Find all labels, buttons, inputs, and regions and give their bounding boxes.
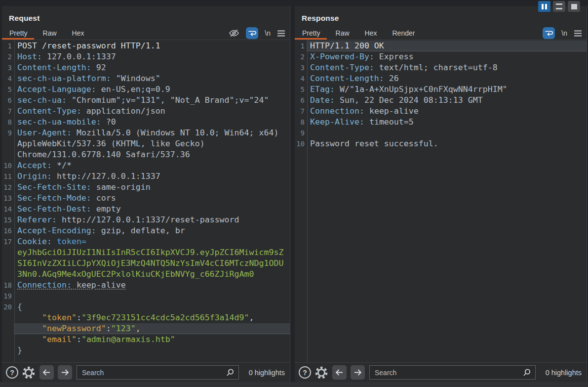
line-number: 3 bbox=[2, 62, 12, 73]
request-editor[interactable]: 1POST /reset-password HTTP/1.12Host: 127… bbox=[2, 40, 290, 362]
response-search-bar: ? bbox=[295, 362, 587, 382]
code-line[interactable]: } bbox=[2, 345, 290, 356]
tab-render[interactable]: Render bbox=[392, 29, 415, 37]
previous-match-button[interactable] bbox=[332, 365, 347, 380]
code-line[interactable]: "newPassword":"123", bbox=[2, 323, 290, 334]
editor-menu-icon[interactable] bbox=[277, 30, 285, 37]
code-line[interactable]: SI6InVzZXIiLCJpYXQiOjE3MzQ4NTQ5NzYsImV4c… bbox=[2, 258, 290, 269]
code-line[interactable]: 7Connection: keep-alive bbox=[295, 106, 587, 117]
code-text: Sec-Fetch-Mode: cors bbox=[14, 193, 290, 204]
code-line[interactable]: 8sec-ch-ua-mobile: ?0 bbox=[2, 117, 290, 128]
arrow-right-icon bbox=[61, 369, 69, 376]
word-wrap-icon bbox=[545, 30, 553, 37]
code-text: Cookie: token= bbox=[14, 236, 290, 247]
response-editor[interactable]: 1HTTP/1.1 200 OK2X-Powered-By: Express3C… bbox=[295, 40, 587, 362]
code-line[interactable]: 12Sec-Fetch-Site: same-origin bbox=[2, 182, 290, 193]
hide-nonprintable-icon[interactable] bbox=[229, 29, 239, 38]
line-number bbox=[2, 345, 12, 356]
code-line[interactable]: 14Sec-Fetch-Dest: empty bbox=[2, 204, 290, 215]
code-line[interactable]: 18Connection: keep-alive bbox=[2, 280, 290, 291]
code-text: Accept: */* bbox=[14, 160, 290, 171]
tab-pretty-active[interactable]: Pretty bbox=[9, 29, 28, 37]
code-text: Content-Length: 26 bbox=[307, 73, 587, 84]
code-line[interactable]: 9User-Agent: Mozilla/5.0 (Windows NT 10.… bbox=[2, 128, 290, 138]
layout-button[interactable] bbox=[553, 1, 565, 12]
code-line[interactable]: eyJhbGciOiJIUzI1NiIsInR5cCI6IkpXVCJ9.eyJ… bbox=[2, 247, 290, 258]
code-line[interactable]: 5ETag: W/"1a-A+XnUpSjpx+C0nFXqwNN4rrpHIM… bbox=[295, 84, 587, 95]
code-text: Origin: http://127.0.0.1:1337 bbox=[14, 171, 290, 182]
code-line[interactable]: 5Accept-Language: en-US,en;q=0.9 bbox=[2, 84, 290, 95]
line-number: 9 bbox=[295, 128, 305, 138]
code-text: sec-ch-ua-mobile: ?0 bbox=[14, 117, 290, 128]
pause-button[interactable] bbox=[538, 1, 550, 12]
code-line[interactable]: 3Content-Length: 92 bbox=[2, 62, 290, 73]
tab-raw[interactable]: Raw bbox=[336, 29, 350, 37]
line-number: 16 bbox=[2, 225, 12, 236]
newline-toggle[interactable]: \n bbox=[561, 29, 567, 37]
code-line[interactable]: 13Sec-Fetch-Mode: cors bbox=[2, 193, 290, 204]
next-match-button[interactable] bbox=[351, 365, 365, 380]
code-line[interactable]: 6Date: Sun, 22 Dec 2024 08:13:13 GMT bbox=[295, 95, 587, 106]
code-text: Accept-Encoding: gzip, deflate, br bbox=[14, 225, 290, 236]
code-line[interactable]: 11Origin: http://127.0.0.1:1337 bbox=[2, 171, 290, 182]
code-line[interactable]: 17Cookie: token= bbox=[2, 236, 290, 247]
code-line[interactable]: 8Keep-Alive: timeout=5 bbox=[295, 117, 587, 128]
code-line[interactable]: 10Password reset successful. bbox=[295, 138, 587, 149]
help-icon[interactable]: ? bbox=[299, 366, 311, 379]
code-line[interactable]: 1POST /reset-password HTTP/1.1 bbox=[2, 41, 290, 51]
line-number: 14 bbox=[2, 204, 12, 215]
editor-menu-icon[interactable] bbox=[574, 30, 582, 37]
settings-gear-icon[interactable] bbox=[22, 366, 36, 380]
code-line[interactable]: 3Content-Type: text/html; charset=utf-8 bbox=[295, 62, 587, 73]
code-line[interactable]: 1HTTP/1.1 200 OK bbox=[295, 41, 587, 51]
code-line[interactable]: 4Content-Length: 26 bbox=[295, 73, 587, 84]
search-input[interactable] bbox=[81, 368, 226, 377]
help-icon[interactable]: ? bbox=[6, 366, 18, 379]
code-text: Sec-Fetch-Site: same-origin bbox=[14, 182, 290, 193]
settings-gear-icon[interactable] bbox=[314, 366, 328, 380]
line-number: 20 bbox=[2, 301, 12, 312]
code-line[interactable]: AppleWebKit/537.36 (KHTML, like Gecko) bbox=[2, 138, 290, 149]
window-controls bbox=[538, 1, 580, 12]
code-text: User-Agent: Mozilla/5.0 (Windows NT 10.0… bbox=[14, 128, 290, 138]
code-line[interactable]: "token":"3f9ec723151cc4cdc5a2cd565f3a14d… bbox=[2, 312, 290, 323]
previous-match-button[interactable] bbox=[39, 365, 54, 380]
line-number: 1 bbox=[2, 41, 12, 51]
tab-pretty-active[interactable]: Pretty bbox=[302, 29, 320, 37]
tab-raw[interactable]: Raw bbox=[43, 29, 57, 37]
line-number bbox=[2, 323, 12, 334]
stop-button[interactable] bbox=[568, 1, 580, 12]
code-line[interactable]: 4sec-ch-ua-platform: "Windows" bbox=[2, 73, 290, 84]
search-input[interactable] bbox=[374, 368, 522, 377]
code-text: { bbox=[14, 301, 290, 312]
code-text: Keep-Alive: timeout=5 bbox=[307, 117, 587, 128]
search-box[interactable] bbox=[77, 365, 239, 380]
code-line[interactable]: 20{ bbox=[2, 301, 290, 312]
code-line[interactable]: Chrome/131.0.6778.140 Safari/537.36 bbox=[2, 149, 290, 160]
code-line[interactable]: 15Referer: http://127.0.0.1:1337/reset-p… bbox=[2, 215, 290, 225]
search-box[interactable] bbox=[369, 365, 536, 380]
tab-hex[interactable]: Hex bbox=[72, 29, 84, 37]
code-line[interactable]: 7Content-Type: application/json bbox=[2, 106, 290, 117]
word-wrap-button[interactable] bbox=[246, 27, 258, 39]
tab-hex[interactable]: Hex bbox=[365, 29, 377, 37]
code-line[interactable]: 19 bbox=[2, 291, 290, 301]
repeater-view: Request PrettyRawHex bbox=[0, 0, 588, 387]
code-line[interactable]: 9 bbox=[295, 128, 587, 138]
code-line[interactable]: "email":"admin@armaxis.htb" bbox=[2, 334, 290, 345]
code-line[interactable]: 10Accept: */* bbox=[2, 160, 290, 171]
code-line[interactable]: 2Host: 127.0.0.1:1337 bbox=[2, 51, 290, 62]
code-text: HTTP/1.1 200 OK bbox=[307, 41, 587, 51]
code-line[interactable]: 3Nn0.AGq9Me4xOgUEC2PxlolKiuCKjEbNVYg_c66… bbox=[2, 269, 290, 280]
newline-toggle[interactable]: \n bbox=[265, 29, 271, 37]
code-line[interactable]: 6sec-ch-ua: "Chromium";v="131", "Not_A B… bbox=[2, 95, 290, 106]
request-panel-title: Request bbox=[9, 13, 290, 23]
code-line[interactable]: 16Accept-Encoding: gzip, deflate, br bbox=[2, 225, 290, 236]
word-wrap-button[interactable] bbox=[543, 27, 555, 39]
line-number: 5 bbox=[2, 84, 12, 95]
line-number bbox=[2, 312, 12, 323]
code-text: "newPassword":"123", bbox=[14, 323, 290, 334]
code-text: Connection: keep-alive bbox=[307, 106, 587, 117]
code-line[interactable]: 2X-Powered-By: Express bbox=[295, 51, 587, 62]
next-match-button[interactable] bbox=[58, 365, 72, 380]
